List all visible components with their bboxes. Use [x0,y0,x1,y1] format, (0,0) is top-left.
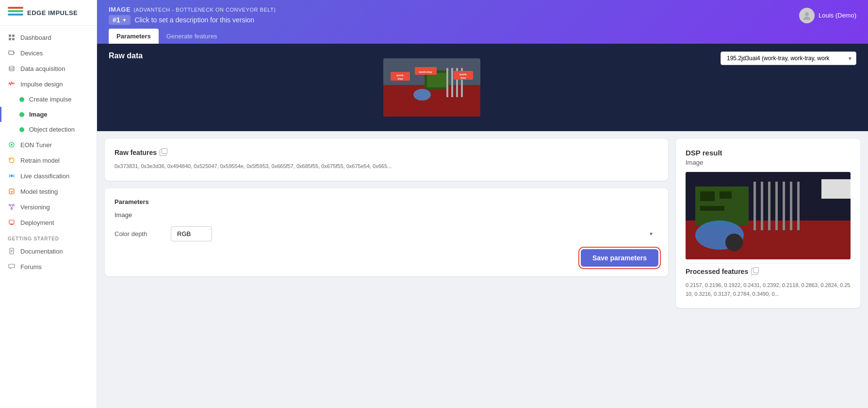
tab-generate-features[interactable]: Generate features [159,29,225,44]
sidebar-label-live: Live classification [20,172,69,180]
svg-rect-4 [9,51,14,54]
dot-icon-object [19,127,24,132]
svg-text:work-: work- [396,74,404,77]
sidebar: EDGE IMPULSE Dashboard Dev [0,0,97,408]
data-icon [8,65,16,72]
sidebar-label-documentation: Documentation [20,248,63,255]
sidebar-item-impulse-design[interactable]: Impulse design [0,76,97,92]
version-icon [8,203,16,211]
divider [686,263,851,264]
sidebar-item-live-classification[interactable]: Live classification [0,168,97,184]
svg-rect-22 [446,68,448,97]
svg-point-12 [13,204,15,206]
svg-rect-47 [700,206,724,211]
sidebar-item-eon-tuner[interactable]: EON Tuner [0,137,97,153]
sidebar-item-dashboard[interactable]: Dashboard [0,30,97,45]
left-column: Raw features 0x373831, 0x3e3d36, 0x49484… [105,139,668,308]
sidebar-item-object-detection[interactable]: Object detection [0,122,97,137]
sidebar-item-retrain[interactable]: Retrain model [0,153,97,168]
header-subtitle: (ADVANTECH - BOTTLENECK ON CONVEYOR BELT… [133,7,276,13]
svg-text:tray: tray [460,76,466,79]
processed-features-values: 0.2157, 0.2196, 0.1922, 0.2431, 0.2392, … [686,281,851,298]
save-parameters-button[interactable]: Save parameters [581,249,658,267]
retrain-icon [8,156,16,164]
sidebar-item-image[interactable]: Image [0,107,97,122]
logo-area: EDGE IMPULSE [0,0,97,26]
sidebar-label-data: Data acquisition [20,65,66,72]
model-icon [8,187,16,195]
svg-text:work-: work- [459,73,467,76]
svg-text:work-tray: work-tray [418,70,432,73]
right-column: DSP result Image [676,139,860,308]
conveyor-image: work- tray work-tray work- tray [383,58,480,117]
color-depth-select[interactable]: RGB Grayscale [171,226,212,241]
raw-features-values: 0x373831, 0x3e3d36, 0x494840, 0x525047, … [115,162,658,171]
user-name: Louis (Demo) [819,12,856,19]
color-depth-row: Color depth RGB Grayscale [115,226,658,241]
sidebar-item-create-impulse[interactable]: Create impulse [0,92,97,107]
sidebar-item-model-testing[interactable]: Model testing [0,184,97,199]
sidebar-label-create-impulse: Create impulse [29,96,71,103]
raw-features-title: Raw features [115,149,658,156]
svg-rect-42 [790,182,792,230]
logo-icon [8,7,23,18]
user-area: Louis (Demo) [799,8,856,23]
raw-data-section: Raw data [97,44,868,131]
tab-parameters[interactable]: Parameters [109,29,159,44]
svg-rect-3 [12,38,15,40]
sidebar-item-forums[interactable]: Forums [0,259,97,274]
svg-rect-38 [761,182,763,230]
sidebar-label-object-detection: Object detection [29,126,75,133]
svg-rect-1 [12,34,15,37]
svg-rect-0 [9,34,11,37]
svg-rect-40 [775,182,778,230]
svg-rect-46 [720,191,732,199]
page-header: IMAGE (ADVANTECH - BOTTLENECK ON CONVEYO… [97,0,868,44]
parameters-image-label: Image [115,211,658,219]
impulse-icon [8,80,16,88]
version-badge[interactable]: #1 ▼ [109,15,131,25]
copy-icon[interactable] [160,149,166,156]
svg-text:tray: tray [397,77,403,80]
parameters-card: Parameters Image Color depth RGB Graysca… [105,188,668,276]
dsp-result-title: DSP result [686,149,851,157]
sidebar-label-forums: Forums [20,263,42,271]
header-image-label: IMAGE [109,6,131,13]
avatar [799,8,815,23]
sidebar-label-deployment: Deployment [20,219,54,226]
live-icon [8,172,16,180]
raw-features-card: Raw features 0x373831, 0x3e3d36, 0x49484… [105,139,668,181]
main-content: IMAGE (ADVANTECH - BOTTLENECK ON CONVEYO… [97,0,868,408]
svg-rect-14 [9,220,14,224]
color-depth-select-wrap: RGB Grayscale [171,226,658,241]
processed-features-title: Processed features [686,268,851,275]
svg-rect-43 [797,182,800,230]
header-description: Click to set a description for this vers… [134,16,254,24]
header-tabs: Parameters Generate features [109,29,856,44]
sidebar-label-versioning: Versioning [20,204,50,211]
sidebar-item-documentation[interactable]: Documentation [0,243,97,259]
sidebar-item-data-acquisition[interactable]: Data acquisition [0,61,97,76]
copy-icon-processed[interactable] [751,268,758,275]
devices-icon [8,49,16,57]
sidebar-label-image: Image [29,111,48,118]
sidebar-label-dashboard: Dashboard [20,34,51,41]
svg-point-13 [11,208,13,210]
sidebar-item-versioning[interactable]: Versioning [0,199,97,215]
two-col-layout: Raw features 0x373831, 0x3e3d36, 0x49484… [97,131,868,316]
svg-point-26 [413,89,431,101]
version-chevron: ▼ [122,17,127,23]
deploy-icon [8,219,16,226]
sidebar-item-deployment[interactable]: Deployment [0,215,97,230]
sidebar-item-devices[interactable]: Devices [0,45,97,61]
version-dropdown[interactable]: 195.2jd3uai4 (work-tray, work-tray, work [721,51,856,65]
sidebar-label-impulse: Impulse design [20,81,63,88]
svg-point-50 [725,234,743,251]
header-title-area: IMAGE (ADVANTECH - BOTTLENECK ON CONVEYO… [109,6,276,25]
version-select[interactable]: 195.2jd3uai4 (work-tray, work-tray, work [721,51,856,65]
color-depth-label: Color depth [115,230,163,238]
svg-point-6 [9,66,14,68]
dsp-result-image [686,172,851,259]
svg-point-9 [11,175,13,177]
dsp-result-card: DSP result Image [676,139,860,308]
